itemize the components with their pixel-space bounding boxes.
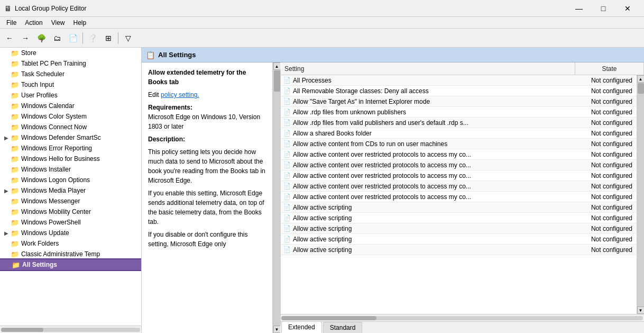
- tree-item-windows-powershell[interactable]: 📁 Windows PowerShell: [0, 217, 141, 228]
- tree-item-windows-color-system[interactable]: 📁 Windows Color System: [0, 111, 141, 122]
- setting-cell: 📄 Allow active scripting: [280, 225, 568, 232]
- table-row[interactable]: 📄 Allow active content over restricted p…: [280, 170, 637, 181]
- setting-text: All Processes: [293, 77, 332, 84]
- tree-item-label: Windows Update: [21, 229, 69, 237]
- table-row[interactable]: 📄 Allow active scripting Not configured: [280, 234, 637, 245]
- table-row[interactable]: 📄 Allow active content over restricted p…: [280, 192, 637, 202]
- tree-item-windows-logon[interactable]: 📁 Windows Logon Options: [0, 175, 141, 185]
- h-scroll-thumb: [281, 316, 376, 320]
- menu-action[interactable]: Action: [21, 18, 47, 28]
- show-hide-button[interactable]: 🗂: [50, 31, 65, 46]
- setting-cell: 📄 All Removable Storage classes: Deny al…: [280, 87, 568, 95]
- scroll-down-btn[interactable]: ▼: [637, 307, 645, 314]
- tree-button[interactable]: 🌳: [34, 31, 49, 46]
- folder-icon: 📁: [11, 155, 19, 163]
- tree-item-label: Windows Messenger: [21, 197, 80, 205]
- tree-item-label: All Settings: [22, 261, 57, 268]
- forward-button[interactable]: →: [18, 31, 33, 46]
- tree-item-work-folders[interactable]: 📁 Work Folders: [0, 238, 141, 249]
- table-row[interactable]: 📄 Allow active content from CDs to run o…: [280, 139, 637, 149]
- expand-arrow: ▶: [4, 135, 11, 141]
- edit-label: Edit: [148, 91, 159, 98]
- table-row[interactable]: 📄 Allow active content over restricted p…: [280, 181, 637, 192]
- table-scrollbar[interactable]: ▲ ▼: [637, 75, 644, 314]
- tree-item-store[interactable]: 📁 Store: [0, 48, 141, 58]
- minimize-button[interactable]: —: [567, 0, 591, 17]
- tree-item-windows-calendar[interactable]: 📁 Windows Calendar: [0, 101, 141, 111]
- menu-help[interactable]: Help: [69, 18, 91, 28]
- tree-item-label: Store: [21, 49, 36, 57]
- setting-text: Allow "Save Target As" in Internet Explo…: [293, 98, 430, 105]
- tree-item-label: User Profiles: [21, 92, 58, 99]
- tree-item-windows-hello[interactable]: 📁 Windows Hello for Business: [0, 154, 141, 164]
- tree-item-all-settings[interactable]: 📁 All Settings: [0, 259, 141, 270]
- row-icon: 📄: [283, 119, 291, 126]
- setting-cell: 📄 All Processes: [280, 77, 568, 84]
- close-button[interactable]: ✕: [615, 0, 640, 17]
- table-row[interactable]: 📄 Allow active scripting Not configured: [280, 213, 637, 223]
- table-row[interactable]: 📄 Allow a shared Books folder Not config…: [280, 128, 637, 139]
- back-button[interactable]: ←: [2, 31, 17, 46]
- table-row[interactable]: 📄 Allow active content over restricted p…: [280, 160, 637, 170]
- table-row[interactable]: 📄 Allow .rdp files from valid publishers…: [280, 118, 637, 128]
- table-row[interactable]: 📄 Allow active scripting Not configured: [280, 223, 637, 234]
- tree-item-windows-error-reporting[interactable]: 📁 Windows Error Reporting: [0, 143, 141, 154]
- tree-item-windows-defender[interactable]: ▶ 📁 Windows Defender SmartSc: [0, 132, 141, 143]
- window-title: Local Group Policy Editor: [15, 5, 86, 12]
- tree-item-windows-mobility[interactable]: 📁 Windows Mobility Center: [0, 206, 141, 217]
- menu-view[interactable]: View: [47, 18, 69, 28]
- tree-item-classic-admin[interactable]: 📁 Classic Administrative Temp: [0, 249, 141, 259]
- scroll-down-button[interactable]: ▼: [273, 326, 281, 333]
- toolbar: ← → 🌳 🗂 📄 ❔ ⊞ ▽: [0, 29, 644, 48]
- window-controls: — □ ✕: [567, 0, 640, 17]
- description-pane: Allow extended telemetry for the Books t…: [142, 62, 273, 333]
- req-label: Requirements:: [148, 104, 192, 111]
- table-row[interactable]: 📄 Allow active content over restricted p…: [280, 149, 637, 160]
- grid-button[interactable]: ⊞: [101, 31, 116, 46]
- state-cell: Not configured: [568, 77, 637, 84]
- scroll-up-button[interactable]: ▲: [273, 62, 281, 70]
- scrollbar-thumb: [274, 70, 280, 92]
- tree-item-windows-update[interactable]: ▶ 📁 Windows Update: [0, 228, 141, 238]
- state-cell: Not configured: [568, 151, 637, 158]
- table-row[interactable]: 📄 Allow "Save Target As" in Internet Exp…: [280, 96, 637, 107]
- desc-scrollbar[interactable]: ▲ ▼: [273, 62, 280, 333]
- table-row[interactable]: 📄 Allow .rdp files from unknown publishe…: [280, 107, 637, 118]
- tree-item-windows-connect-now[interactable]: 📁 Windows Connect Now: [0, 122, 141, 132]
- state-cell: Not configured: [568, 225, 637, 232]
- menu-file[interactable]: File: [2, 18, 21, 28]
- table-row[interactable]: 📄 Allow active scripting Not configured: [280, 245, 637, 255]
- table-row[interactable]: 📄 Allow active scripting Not configured: [280, 202, 637, 213]
- scroll-up-btn[interactable]: ▲: [637, 75, 645, 83]
- setting-text: Allow active scripting: [293, 214, 352, 222]
- table-horizontal-scrollbar[interactable]: [280, 314, 644, 321]
- policy-setting-link[interactable]: policy setting.: [161, 91, 199, 98]
- filter-button[interactable]: ▽: [121, 31, 135, 46]
- tree-item-windows-installer[interactable]: 📁 Windows Installer: [0, 164, 141, 175]
- tree-item-touch-input[interactable]: 📁 Touch Input: [0, 79, 141, 90]
- tree-item-tablet-pc[interactable]: 📁 Tablet PC Pen Training: [0, 58, 141, 69]
- setting-text: Allow active scripting: [293, 246, 352, 254]
- right-panel: 📋 All Settings Allow extended telemetry …: [142, 48, 644, 333]
- table-row[interactable]: 📄 All Processes Not configured: [280, 75, 637, 86]
- tree-horizontal-scrollbar[interactable]: [0, 326, 141, 333]
- table-header: Setting State: [280, 62, 644, 75]
- row-icon: 📄: [283, 77, 291, 84]
- table-row[interactable]: 📄 All Removable Storage classes: Deny al…: [280, 86, 637, 96]
- tab-extended[interactable]: Extended: [281, 321, 322, 333]
- row-icon: 📄: [283, 214, 291, 221]
- tree-item-windows-media-player[interactable]: ▶ 📁 Windows Media Player: [0, 185, 141, 196]
- tree-item-label: Windows Hello for Business: [21, 155, 100, 163]
- help-button[interactable]: ❔: [85, 31, 100, 46]
- tree-item-label: Windows Connect Now: [21, 123, 87, 131]
- tree-item-task-scheduler[interactable]: 📁 Task Scheduler: [0, 69, 141, 79]
- setting-text: Allow active scripting: [293, 225, 352, 232]
- tree-item-windows-messenger[interactable]: 📁 Windows Messenger: [0, 196, 141, 206]
- maximize-button[interactable]: □: [591, 0, 615, 17]
- tab-standard[interactable]: Standard: [323, 322, 363, 333]
- tree-item-label: Windows PowerShell: [21, 219, 81, 226]
- tree-item-label: Windows Calendar: [21, 102, 75, 110]
- tree-item-user-profiles[interactable]: 📁 User Profiles: [0, 90, 141, 101]
- export-button[interactable]: 📄: [66, 31, 80, 46]
- expand-arrow: ▶: [4, 230, 11, 236]
